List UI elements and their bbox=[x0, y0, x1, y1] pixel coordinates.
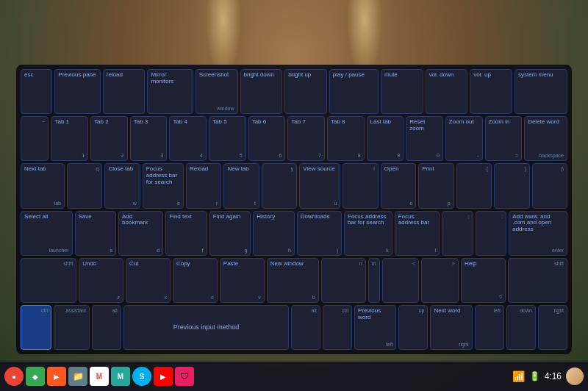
key-open[interactable]: Open o bbox=[381, 163, 416, 208]
key-period[interactable]: > bbox=[421, 258, 459, 303]
key-last-tab[interactable]: Last tab 9 bbox=[367, 116, 404, 161]
key-tilde[interactable]: ~ bbox=[21, 116, 49, 161]
key-cut[interactable]: Cut x bbox=[126, 258, 171, 303]
key-help[interactable]: Help ? bbox=[461, 258, 506, 303]
key-copy[interactable]: Copy c bbox=[173, 258, 218, 303]
key-sys-menu[interactable]: system menu bbox=[514, 69, 567, 114]
taskbar-right: 📶 🔋 4:16 bbox=[512, 367, 584, 385]
key-shift-left[interactable]: shift bbox=[21, 258, 76, 303]
key-bs[interactable]: |\ bbox=[532, 163, 567, 208]
avatar[interactable] bbox=[566, 367, 584, 385]
key-ctrl-right[interactable]: ctrl bbox=[323, 305, 352, 350]
wifi-icon[interactable]: 📶 bbox=[512, 370, 525, 382]
key-tab3[interactable]: Tab 3 3 bbox=[130, 116, 168, 161]
keyboard-row-3: Next tab tab q Close tab w Focus address… bbox=[21, 163, 567, 208]
key-save[interactable]: Save s bbox=[75, 211, 117, 256]
key-focus-addr2[interactable]: Focus address bar for search k bbox=[344, 211, 392, 256]
key-tab8[interactable]: Tab 8 8 bbox=[327, 116, 365, 161]
key-del-word[interactable]: Delete word backspace bbox=[524, 116, 567, 161]
taskbar-icon-youtube[interactable]: ▶ bbox=[154, 367, 173, 386]
key-vol-up[interactable]: vol. up bbox=[470, 69, 512, 114]
taskbar-icon-antivirus[interactable]: 🛡 bbox=[175, 367, 194, 386]
key-reload[interactable]: reload bbox=[103, 69, 146, 114]
key-undo[interactable]: Undo z bbox=[79, 258, 123, 303]
key-print[interactable]: Print p bbox=[418, 163, 453, 208]
taskbar-icon-files[interactable]: 📁 bbox=[68, 367, 87, 386]
key-n[interactable]: n bbox=[321, 258, 366, 303]
taskbar-icon-maps[interactable]: ◆ bbox=[26, 367, 45, 386]
key-assistant[interactable]: assistant bbox=[54, 305, 90, 350]
key-mirror[interactable]: Mirror monitors bbox=[147, 69, 193, 114]
key-close-tab[interactable]: Close tab w bbox=[104, 163, 140, 208]
keyboard-row-1: esc Previous pane reload Mirror monitors… bbox=[21, 69, 567, 114]
key-view-src[interactable]: View source u bbox=[299, 163, 340, 208]
key-alt-left[interactable]: alt bbox=[92, 305, 121, 350]
key-comma[interactable]: < bbox=[382, 258, 420, 303]
key-left[interactable]: left bbox=[475, 305, 504, 350]
key-ctrl-left[interactable]: ctrl bbox=[21, 305, 51, 350]
taskbar-icon-gmail[interactable]: M bbox=[90, 367, 109, 386]
key-zoom-out[interactable]: Zoom out - bbox=[445, 116, 483, 161]
key-quote[interactable]: : bbox=[476, 211, 507, 256]
key-next-word[interactable]: Next word right bbox=[430, 305, 472, 350]
key-tab1[interactable]: Tab 1 1 bbox=[51, 116, 88, 161]
key-play-pause[interactable]: play / pause bbox=[329, 69, 379, 114]
key-zoom-in[interactable]: Zoom in = bbox=[485, 116, 523, 161]
key-mute[interactable]: mute bbox=[381, 69, 423, 114]
key-cb[interactable]: } bbox=[494, 163, 529, 208]
key-reload2[interactable]: Reload r bbox=[186, 163, 221, 208]
key-add-bookmark[interactable]: Add bookmark d bbox=[118, 211, 163, 256]
key-down[interactable]: down bbox=[506, 305, 536, 350]
key-tab4[interactable]: Tab 4 4 bbox=[169, 116, 207, 161]
taskbar-icon-play[interactable]: ▶ bbox=[47, 367, 66, 386]
key-paste[interactable]: Paste v bbox=[220, 258, 265, 303]
key-screenshot[interactable]: Screenshot window bbox=[196, 69, 238, 114]
key-bright-down[interactable]: bright down bbox=[240, 69, 283, 114]
keyboard-row-6: ctrl assistant alt Previous input method… bbox=[21, 305, 567, 350]
key-tab6[interactable]: Tab 6 6 bbox=[248, 116, 286, 161]
key-i[interactable]: i bbox=[343, 163, 378, 208]
key-sel-all[interactable]: Select all launcher bbox=[21, 211, 73, 256]
key-space[interactable]: Previous input method bbox=[123, 305, 289, 350]
key-bright-up[interactable]: bright up bbox=[284, 69, 327, 114]
key-focus-addr3[interactable]: Focus address bar l bbox=[395, 211, 440, 256]
keyboard-row-2: ~ Tab 1 1 Tab 2 2 Tab 3 3 Tab 4 4 Tab 5 … bbox=[21, 116, 567, 161]
key-new-tab[interactable]: New tab t bbox=[223, 163, 259, 208]
key-vol-down[interactable]: vol. down bbox=[426, 69, 468, 114]
keyboard-overlay: esc Previous pane reload Mirror monitors… bbox=[16, 65, 572, 354]
key-downloads[interactable]: Downloads j bbox=[297, 211, 342, 256]
key-alt-right[interactable]: alt bbox=[291, 305, 320, 350]
taskbar: ● ◆ ▶ 📁 M M S ▶ 🛡 📶 🔋 4:16 bbox=[0, 362, 588, 391]
key-find-again[interactable]: Find again g bbox=[209, 211, 251, 256]
key-focus-addr[interactable]: Focus address bar for search e bbox=[143, 163, 184, 208]
key-find[interactable]: Find text f bbox=[165, 211, 207, 256]
keyboard-row-5: shift Undo z Cut x Copy c Paste v New wi… bbox=[21, 258, 567, 303]
taskbar-time: 4:16 bbox=[545, 371, 562, 381]
key-prev-pane[interactable]: Previous pane bbox=[54, 69, 100, 114]
key-esc[interactable]: esc bbox=[21, 69, 52, 114]
key-up[interactable]: up bbox=[398, 305, 428, 350]
key-y[interactable]: y bbox=[262, 163, 297, 208]
key-tab5[interactable]: Tab 5 5 bbox=[209, 116, 246, 161]
key-history[interactable]: History h bbox=[253, 211, 295, 256]
key-semi[interactable]: ; bbox=[442, 211, 473, 256]
taskbar-icon-chrome[interactable]: ● bbox=[4, 367, 24, 386]
key-prev-word[interactable]: Previous word left bbox=[354, 305, 396, 350]
key-q[interactable]: q bbox=[67, 163, 102, 208]
key-right[interactable]: right bbox=[538, 305, 567, 350]
taskbar-icon-skype[interactable]: S bbox=[132, 367, 151, 386]
key-ob[interactable]: { bbox=[456, 163, 492, 208]
key-shift-right[interactable]: shift bbox=[508, 258, 567, 303]
key-tab7[interactable]: Tab 7 7 bbox=[287, 116, 325, 161]
key-m[interactable]: m bbox=[368, 258, 380, 303]
key-add-www[interactable]: Add www. and .com and open address enter bbox=[509, 211, 567, 256]
keyboard-row-4: Select all launcher Save s Add bookmark … bbox=[21, 211, 567, 256]
taskbar-icon-marktext[interactable]: M bbox=[111, 367, 130, 386]
key-next-tab[interactable]: Next tab tab bbox=[21, 163, 65, 208]
key-tab2[interactable]: Tab 2 2 bbox=[90, 116, 128, 161]
battery-icon[interactable]: 🔋 bbox=[529, 371, 540, 381]
key-reset-zoom[interactable]: Reset zoom 0 bbox=[406, 116, 443, 161]
key-new-win[interactable]: New window b bbox=[267, 258, 319, 303]
